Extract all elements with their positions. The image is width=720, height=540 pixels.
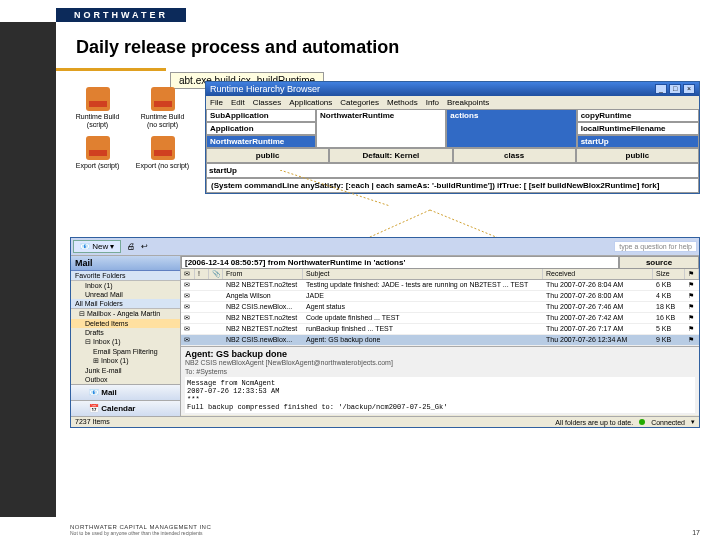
folder-outbox[interactable]: Outbox — [71, 375, 180, 384]
message-row[interactable]: ✉NB2 NB2TEST.no2testrunBackup finished .… — [181, 324, 699, 335]
mailbox-root[interactable]: ⊟ Mailbox - Angela Martin — [71, 309, 180, 319]
app-icon — [86, 87, 110, 111]
col-icon[interactable]: ✉ — [181, 269, 195, 279]
method-item[interactable]: localRuntimeFilename — [577, 122, 699, 135]
menu-applications[interactable]: Applications — [289, 98, 332, 107]
window-titlebar[interactable]: Runtime Hierarchy Browser _ □ × — [206, 82, 699, 96]
chevron-down-icon[interactable]: ▾ — [691, 418, 695, 426]
scope-public2[interactable]: public — [576, 148, 699, 163]
message-row[interactable]: ✉NB2 CSIS.newBlox...Agent: GS backup don… — [181, 335, 699, 346]
column-headers: ✉ ! 📎 From Subject Received Size ⚑ — [181, 269, 699, 280]
subapp-header: SubApplication — [206, 109, 316, 122]
folder-inbox2[interactable]: ⊞ Inbox (1) — [71, 356, 180, 366]
col-received[interactable]: Received — [543, 269, 653, 279]
menu-file[interactable]: File — [210, 98, 223, 107]
maximize-icon[interactable]: □ — [669, 84, 681, 94]
folder-spam[interactable]: Email Spam Filtering — [71, 347, 180, 356]
preview-body: Message from NcmAgent 2007-07-26 12:33:5… — [185, 377, 695, 413]
close-icon[interactable]: × — [683, 84, 695, 94]
folder-deleted[interactable]: Deleted Items — [71, 319, 180, 328]
fav-unread[interactable]: Unread Mail — [71, 290, 180, 299]
icon-runtime-build-script[interactable]: Runtime Build (script) — [70, 87, 125, 128]
menu-bar: File Edit Classes Applications Categorie… — [206, 96, 699, 109]
connection-icon — [639, 419, 645, 425]
menu-methods[interactable]: Methods — [387, 98, 418, 107]
col-flag[interactable]: ⚑ — [685, 269, 699, 279]
all-mail-header: All Mail Folders — [71, 299, 180, 309]
message-row[interactable]: ✉NB2 CSIS.newBlox...Agent statusThu 2007… — [181, 302, 699, 313]
app-icon — [151, 87, 175, 111]
minimize-icon[interactable]: _ — [655, 84, 667, 94]
footer: NORTHWATER CAPITAL MANAGEMENT INC Not to… — [70, 524, 700, 536]
hierarchy-browser-window: Runtime Hierarchy Browser _ □ × File Edi… — [205, 81, 700, 194]
col-importance[interactable]: ! — [195, 269, 209, 279]
method-item-selected[interactable]: startUp — [577, 135, 699, 148]
menu-classes[interactable]: Classes — [253, 98, 281, 107]
folder-drafts[interactable]: Drafts — [71, 328, 180, 337]
folder-inbox[interactable]: ⊟ Inbox (1) — [71, 337, 180, 347]
page-number: 17 — [692, 529, 700, 536]
print-icon[interactable]: 🖨 — [127, 242, 135, 251]
icon-export-script[interactable]: Export (script) — [70, 136, 125, 170]
favorite-folders-header: Favorite Folders — [71, 271, 180, 281]
col-attach[interactable]: 📎 — [209, 269, 223, 279]
desktop-icons: Runtime Build (script) Runtime Build (no… — [70, 87, 200, 178]
col-from[interactable]: From — [223, 269, 303, 279]
code-content[interactable]: (System commandLine anySatisfy: [:each |… — [206, 178, 699, 193]
outlook-window: 📧 New ▾ 🖨 ↩ type a question for help Mai… — [70, 237, 700, 428]
category-col-selected[interactable]: actions — [446, 109, 576, 148]
message-row[interactable]: ✉NB2 NB2TEST.no2testTesting update finis… — [181, 280, 699, 291]
accent-line — [56, 68, 166, 71]
icon-export-noscript[interactable]: Export (no script) — [135, 136, 190, 170]
method-name: startUp — [206, 163, 699, 178]
mail-header: Mail — [71, 256, 180, 271]
class-col[interactable]: NorthwaterRuntime — [316, 109, 446, 148]
connection-status: Connected — [651, 419, 685, 426]
preview-subject: Agent: GS backup done — [185, 349, 695, 359]
preview-pane: Agent: GS backup done NB2 CSIS newBloxAg… — [181, 346, 699, 415]
preview-to: To: #Systems — [185, 368, 695, 375]
menu-edit[interactable]: Edit — [231, 98, 245, 107]
nav-mail-button[interactable]: 📧 Mail — [71, 384, 180, 400]
message-row[interactable]: ✉Angela WilsonJADEThu 2007-07-26 8:00 AM… — [181, 291, 699, 302]
scope-public[interactable]: public — [206, 148, 329, 163]
fav-inbox[interactable]: Inbox (1) — [71, 281, 180, 290]
outlook-toolbar: 📧 New ▾ 🖨 ↩ type a question for help — [71, 238, 699, 256]
icon-runtime-build-noscript[interactable]: Runtime Build (no script) — [135, 87, 190, 128]
dark-sidebar — [0, 22, 56, 517]
scope-default[interactable]: Default: Kernel — [329, 148, 452, 163]
sync-status: All folders are up to date. — [555, 419, 633, 426]
outlook-nav: Mail Favorite Folders Inbox (1) Unread M… — [71, 256, 181, 416]
app-icon — [86, 136, 110, 160]
reply-icon[interactable]: ↩ — [141, 242, 148, 251]
slide-title: Daily release process and automation — [76, 37, 399, 58]
preview-from: NB2 CSIS newBloxAgent [NewBloxAgent@nort… — [185, 359, 695, 366]
method-item[interactable]: copyRuntime — [577, 109, 699, 122]
col-size[interactable]: Size — [653, 269, 685, 279]
subapp-item[interactable]: Application — [206, 122, 316, 135]
col-subject[interactable]: Subject — [303, 269, 543, 279]
title-band: Daily release process and automation — [56, 22, 720, 72]
folder-junk[interactable]: Junk E-mail — [71, 366, 180, 375]
status-bar: 7237 Items All folders are up to date. C… — [71, 416, 699, 427]
message-row[interactable]: ✉NB2 NB2TEST.no2testCode update finished… — [181, 313, 699, 324]
menu-breakpoints[interactable]: Breakpoints — [447, 98, 489, 107]
brand-header: NORTHWATER — [56, 8, 186, 22]
source-path: [2006-12-14 08:50:57] from NorthwaterRun… — [181, 256, 619, 269]
message-list: [2006-12-14 08:50:57] from NorthwaterRun… — [181, 256, 699, 416]
app-icon — [151, 136, 175, 160]
source-label: source — [619, 256, 699, 269]
footer-disclaimer: Not to be used by anyone other than the … — [70, 530, 211, 536]
menu-categories[interactable]: Categories — [340, 98, 379, 107]
scope-class[interactable]: class — [453, 148, 576, 163]
window-title: Runtime Hierarchy Browser — [210, 84, 320, 94]
menu-info[interactable]: Info — [426, 98, 439, 107]
item-count: 7237 Items — [75, 418, 110, 426]
new-button[interactable]: 📧 New ▾ — [73, 240, 121, 253]
help-search[interactable]: type a question for help — [614, 241, 697, 252]
nav-calendar-button[interactable]: 📅 Calendar — [71, 400, 180, 416]
subapp-item-selected[interactable]: NorthwaterRuntime — [206, 135, 316, 148]
